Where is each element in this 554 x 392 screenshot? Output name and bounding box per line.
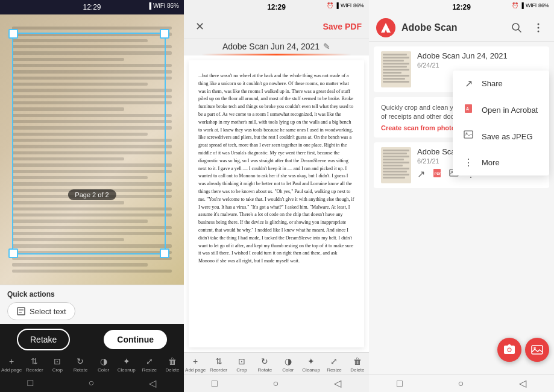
crop-handle-bottom-left[interactable] xyxy=(8,248,18,258)
left-status-bar: 12:29 ▐ WiFi 86% xyxy=(0,0,184,14)
page-indicator: Page 2 of 2 xyxy=(68,189,116,200)
crop-handle-top-right[interactable] xyxy=(160,29,169,39)
middle-toolbar: + Add page ⇅ Reorder ⊡ Crop ↻ Rotate ◑ C… xyxy=(184,352,369,374)
middle-time: 12:29 xyxy=(267,3,286,11)
right-header-actions xyxy=(508,19,547,36)
context-open-acrobat[interactable]: A Open in Acrobat xyxy=(453,96,549,123)
thumb-line xyxy=(383,78,405,80)
crop-handle-bottom-right[interactable] xyxy=(160,248,169,258)
mid-toolbar-color[interactable]: ◑ Color xyxy=(277,356,299,373)
camera-fab-area xyxy=(497,338,549,362)
mid-add-icon: + xyxy=(193,356,198,366)
doc-pdf-icon[interactable]: PDF xyxy=(432,168,442,180)
mid-nav-square[interactable]: □ xyxy=(212,378,218,389)
context-more[interactable]: ⋮ More xyxy=(453,150,549,175)
mid-toolbar-cleanup[interactable]: ✦ Cleanup xyxy=(300,356,322,373)
middle-nav-bar: □ ○ ◁ xyxy=(184,374,369,392)
thumb-line xyxy=(383,66,407,68)
thumb-line xyxy=(383,72,401,74)
nav-triangle[interactable]: ◁ xyxy=(149,378,156,389)
app-title: Adobe Scan xyxy=(401,22,502,33)
left-status-icons: ▐ WiFi 86% xyxy=(147,2,179,9)
acrobat-icon: A xyxy=(462,104,474,116)
camera-button[interactable] xyxy=(497,338,521,362)
search-button[interactable] xyxy=(508,19,525,36)
quick-actions-title: Quick actions xyxy=(7,290,177,299)
doc-date-1: 6/24/21 xyxy=(417,62,542,69)
mid-cleanup-icon: ✦ xyxy=(307,356,315,366)
right-signal-icon: ▐ xyxy=(520,2,524,8)
gallery-button[interactable] xyxy=(525,338,549,362)
nav-circle[interactable]: ○ xyxy=(89,378,95,388)
adobe-avatar xyxy=(376,18,395,37)
mid-toolbar-crop[interactable]: ⊡ Crop xyxy=(231,356,253,373)
reorder-icon: ⇅ xyxy=(31,356,38,366)
retake-button[interactable]: Retake xyxy=(17,329,70,350)
mid-toolbar-add[interactable]: + Add page xyxy=(184,356,206,373)
color-icon: ◑ xyxy=(100,356,107,366)
resize-label: Resize xyxy=(142,367,157,373)
doc-info-1: Adobe Scan Jun 24, 2021 6/24/21 xyxy=(417,51,542,69)
toolbar-delete[interactable]: 🗑 Delete xyxy=(162,356,183,373)
page-content: ...but there wasn't no wheel at the back… xyxy=(189,60,364,347)
right-nav-circle[interactable]: ○ xyxy=(458,378,464,389)
left-battery-icon: 86% xyxy=(167,2,179,9)
right-status-bar: 12:29 ⏰ ▐ WiFi 86% xyxy=(369,0,554,14)
thumb-line xyxy=(383,69,409,71)
left-toolbar: + Add page ⇅ Reorder ⊡ Crop ↻ Rotate ◑ C… xyxy=(0,353,184,374)
more-label: More xyxy=(482,158,500,167)
doc-share-icon[interactable]: ↗ xyxy=(417,168,425,180)
mid-toolbar-reorder[interactable]: ⇅ Reorder xyxy=(208,356,230,373)
svg-point-8 xyxy=(538,31,540,33)
book-page-image xyxy=(0,14,184,285)
toolbar-rotate[interactable]: ↻ Rotate xyxy=(69,356,91,373)
toolbar-cleanup[interactable]: ✦ Cleanup xyxy=(116,356,137,373)
doc-thumbnail-2 xyxy=(381,147,411,183)
thumb-line xyxy=(383,177,405,179)
doc-content[interactable]: ...but there wasn't no wheel at the back… xyxy=(184,55,369,352)
continue-button[interactable]: Continue xyxy=(104,330,167,349)
mid-nav-circle[interactable]: ○ xyxy=(272,378,279,389)
nav-square[interactable]: □ xyxy=(28,378,34,388)
crop-overlay[interactable] xyxy=(12,33,166,254)
more-options-button[interactable] xyxy=(530,19,547,36)
mid-signal-icon: ▐ xyxy=(335,2,339,8)
toolbar-resize[interactable]: ⤢ Resize xyxy=(139,356,160,373)
mid-nav-triangle[interactable]: ◁ xyxy=(334,378,341,389)
text-line xyxy=(12,27,172,30)
select-text-button[interactable]: Select text xyxy=(7,302,75,320)
context-share[interactable]: ↗ Share xyxy=(453,71,549,96)
right-nav-triangle[interactable]: ◁ xyxy=(519,378,526,389)
left-time: 12:29 xyxy=(83,3,101,11)
mid-rotate-icon: ↻ xyxy=(261,356,268,366)
mid-toolbar-resize[interactable]: ⤢ Resize xyxy=(323,356,345,373)
rotate-label: Rotate xyxy=(74,367,88,373)
mid-add-label: Add page xyxy=(185,367,206,373)
mid-toolbar-delete[interactable]: 🗑 Delete xyxy=(347,356,368,373)
cleanup-icon: ✦ xyxy=(123,356,130,366)
toolbar-add-page[interactable]: + Add page xyxy=(1,356,22,373)
context-save-jpeg[interactable]: Save as JPEG xyxy=(453,123,549,150)
left-signal-icon: ▐ xyxy=(147,2,151,9)
close-button[interactable]: ✕ xyxy=(191,18,208,35)
mid-toolbar-rotate[interactable]: ↻ Rotate xyxy=(254,356,275,373)
svg-point-6 xyxy=(538,24,540,25)
edit-title-icon[interactable]: ✎ xyxy=(323,42,330,51)
crop-label: Crop xyxy=(52,367,63,373)
left-panel: 12:29 ▐ WiFi 86% xyxy=(0,0,184,392)
mid-crop-label: Crop xyxy=(236,367,247,373)
save-pdf-button[interactable]: Save PDF xyxy=(323,22,362,31)
save-jpeg-label: Save as JPEG xyxy=(482,132,533,141)
crop-handle-top-left[interactable] xyxy=(8,29,18,39)
toolbar-color[interactable]: ◑ Color xyxy=(93,356,115,373)
middle-panel: 12:29 ⏰ ▐ WiFi 86% ✕ Save PDF Adobe Scan… xyxy=(184,0,369,392)
thumb-line xyxy=(383,162,409,163)
bottom-actions: Retake Continue xyxy=(0,324,184,353)
more-icon: ⋮ xyxy=(462,157,474,168)
mid-alarm-icon: ⏰ xyxy=(327,2,333,8)
toolbar-crop[interactable]: ⊡ Crop xyxy=(46,356,68,373)
rotate-icon: ↻ xyxy=(77,356,84,366)
toolbar-reorder[interactable]: ⇅ Reorder xyxy=(24,356,45,373)
right-nav-square[interactable]: □ xyxy=(397,378,403,389)
recent-doc-item-1[interactable]: Adobe Scan Jun 24, 2021 6/24/21 ↗ Share … xyxy=(374,46,549,92)
